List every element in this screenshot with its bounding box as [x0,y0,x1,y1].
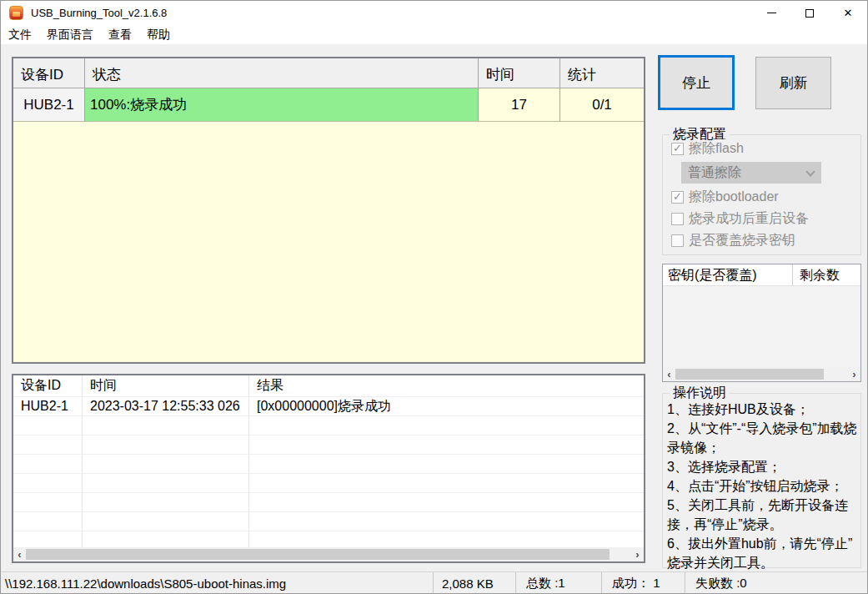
app-icon [9,6,23,20]
minimize-button[interactable] [752,1,790,25]
burn-stats-cell: 0/1 [560,88,644,122]
total-count: 总数 :1 [515,572,601,594]
overwrite-key-label: 是否覆盖烧录密钥 [689,232,795,249]
instruction-line: 4、点击“开始”按钮启动烧录； [667,476,859,496]
checkbox-erase-flash[interactable]: 擦除flash [671,140,744,158]
instruction-line: 1、连接好HUB及设备； [667,400,859,419]
instructions-title: 操作说明 [670,385,730,402]
menu-help[interactable]: 帮助 [139,26,178,44]
key-table-scrollbar[interactable]: ‹ › [663,367,860,381]
close-button[interactable]: ✕ [829,1,867,25]
erase-mode-value: 普通擦除 [688,164,741,182]
burn-config-group: 烧录配置 擦除flash 普通擦除 擦除bootloader 烧录成功后重启设备… [662,134,861,255]
scroll-right-icon[interactable]: › [848,367,860,381]
scroll-left-icon[interactable]: ‹ [663,367,675,381]
scrollbar-thumb[interactable] [675,369,824,380]
scroll-right-icon[interactable]: › [631,547,644,561]
instructions-text: 1、连接好HUB及设备； 2、从“文件”-“导入烧录包”加载烧录镜像； 3、选择… [663,394,860,572]
menu-view[interactable]: 查看 [101,26,139,44]
window-controls: ✕ [752,1,867,25]
header-stats: 统计 [560,58,644,88]
erase-bootloader-label: 擦除bootloader [689,189,779,206]
instruction-line: 2、从“文件”-“导入烧录包”加载烧录镜像； [667,419,859,457]
log-result: [0x00000000]烧录成功 [248,397,644,415]
log-empty-row [13,493,644,512]
device-row[interactable]: HUB2-1 100%:烧录成功 17 0/1 [13,88,644,122]
title-bar: USB_Burning_Tool_v2.1.6.8 ✕ [1,1,867,25]
checkbox-unchecked-icon [671,213,684,225]
checkbox-checked-icon [671,143,684,155]
instruction-line: 3、选择烧录配置； [667,457,859,476]
log-device-id: HUB2-1 [13,397,82,415]
image-file-path: \\192.168.111.22\downloads\S805-uboot-hi… [1,572,433,594]
erase-mode-select[interactable]: 普通擦除 [681,162,821,184]
header-status: 状态 [85,58,479,88]
log-empty-row [13,474,644,493]
window-title: USB_Burning_Tool_v2.1.6.8 [31,7,167,19]
burn-time-cell: 17 [479,88,560,122]
status-bar: \\192.168.111.22\downloads\S805-uboot-hi… [1,571,867,594]
maximize-button[interactable] [790,1,829,25]
burn-status-cell: 100%:烧录成功 [85,88,479,122]
menu-bar: 文件 界面语言 查看 帮助 [1,25,867,44]
log-time: 2023-03-17 12:55:33 026 [82,397,248,415]
log-empty-row [13,416,644,435]
checkbox-erase-bootloader[interactable]: 擦除bootloader [671,189,779,206]
checkbox-overwrite-key[interactable]: 是否覆盖烧录密钥 [671,232,795,249]
checkbox-unchecked-icon [671,234,684,247]
fail-count: 失败数 :0 [685,572,867,594]
device-table-header: 设备ID 状态 时间 统计 [13,58,644,88]
instructions-group: 操作说明 1、连接好HUB及设备； 2、从“文件”-“导入烧录包”加载烧录镜像；… [662,393,861,568]
log-header-time: 时间 [82,375,248,396]
header-device-id: 设备ID [13,58,85,88]
scrollbar-thumb[interactable] [26,549,610,560]
maximize-icon [805,9,814,18]
log-table: 设备ID 时间 结果 HUB2-1 2023-03-17 12:55:33 02… [12,374,645,563]
log-empty-row [13,512,644,531]
scroll-left-icon[interactable]: ‹ [13,547,26,561]
reboot-after-label: 烧录成功后重启设备 [689,210,809,228]
erase-flash-label: 擦除flash [689,140,744,158]
device-table: 设备ID 状态 时间 统计 HUB2-1 100%:烧录成功 17 0/1 [12,57,645,364]
success-count: 成功： 1 [601,572,685,594]
key-table: 密钥(是否覆盖) 剩余数 ‹ › [662,264,861,382]
image-file-size: 2,088 KB [433,572,515,594]
key-table-header: 密钥(是否覆盖) 剩余数 [663,264,860,286]
log-empty-row [13,455,644,474]
header-time: 时间 [479,58,560,88]
device-id-cell: HUB2-1 [13,88,85,122]
log-header-device-id: 设备ID [13,375,82,396]
instruction-line: 6、拔出外置hub前，请先“停止”烧录并关闭工具。 [667,534,859,572]
log-table-scrollbar[interactable]: ‹ › [13,547,644,561]
stop-button[interactable]: 停止 [658,55,735,110]
chevron-down-icon [805,167,815,176]
log-row[interactable]: HUB2-1 2023-03-17 12:55:33 026 [0x000000… [13,397,644,416]
checkbox-checked-icon [671,191,684,204]
menu-file[interactable]: 文件 [1,26,39,44]
header-key-overwrite: 密钥(是否覆盖) [663,264,793,285]
checkbox-reboot-after-success[interactable]: 烧录成功后重启设备 [671,210,809,228]
usb-burning-tool-window: USB_Burning_Tool_v2.1.6.8 ✕ 文件 界面语言 查看 帮… [0,0,868,594]
log-header-result: 结果 [248,375,644,396]
menu-language[interactable]: 界面语言 [39,26,101,44]
refresh-button[interactable]: 刷新 [755,57,831,109]
close-icon: ✕ [844,8,853,18]
log-empty-row [13,435,644,455]
header-remaining: 剩余数 [793,264,860,285]
minimize-icon [767,13,776,13]
log-table-header: 设备ID 时间 结果 [13,375,644,397]
instruction-line: 5、关闭工具前，先断开设备连接，再“停止”烧录。 [667,496,859,534]
